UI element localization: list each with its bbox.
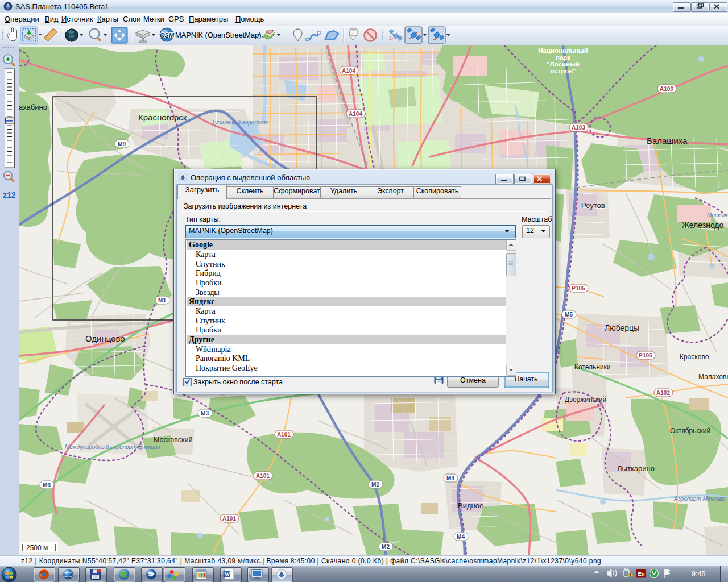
svg-text:М2: М2 [371,481,379,488]
svg-text:W: W [225,571,230,577]
svg-text:М2: М2 [382,544,390,550]
svg-text:М4: М4 [457,534,465,540]
svg-text:А101: А101 [256,473,270,479]
svg-text:Национальный: Национальный [538,47,588,54]
svg-text:2500 м: 2500 м [26,544,48,552]
svg-text:М3: М3 [43,482,51,488]
svg-text:Железнодо: Железнодо [682,221,724,230]
svg-text:Московский: Московский [154,436,193,444]
svg-text:!: ! [630,572,631,576]
svg-text:En: En [638,571,645,577]
svg-text:парк: парк [556,54,570,61]
svg-text:MAPNIK (OpenStreetMap): MAPNIK (OpenStreetMap) [175,31,261,39]
svg-text:Октябрьский: Октябрьский [670,427,710,435]
svg-text:Одинцово: Одинцово [85,334,125,343]
svg-text:А101: А101 [222,516,236,522]
svg-text:Лыткарино: Лыткарино [617,464,655,473]
svg-text:Балашиха: Балашиха [647,136,688,146]
svg-text:Аэропорт Мячково: Аэропорт Мячково [673,496,726,502]
svg-text:Р105: Р105 [572,285,585,292]
svg-text:Красково: Красково [680,353,709,361]
svg-text:9:45: 9:45 [692,570,705,578]
svg-text:А101: А101 [277,431,291,438]
svg-text:остров": остров" [550,68,576,74]
svg-text:М5: М5 [565,311,573,318]
svg-text:Р105: Р105 [639,352,652,359]
svg-text:OSM: OSM [160,32,175,39]
svg-text:Тушинский аэродром: Тушинский аэродром [212,119,268,126]
svg-text:М4: М4 [446,475,454,481]
svg-text:А104: А104 [342,68,355,74]
svg-text:А104: А104 [349,111,362,117]
svg-text:"Лосиный: "Лосиный [547,61,580,68]
svg-text:М1: М1 [158,297,166,304]
svg-text:Реутов: Реутов [581,201,605,210]
svg-text:Котельники: Котельники [574,363,611,371]
svg-text:А102: А102 [656,390,670,396]
svg-text:А103: А103 [572,124,585,131]
svg-text:ахабино: ахабино [19,103,47,111]
svg-text:Малаховка: Малаховка [698,373,728,381]
svg-text:А103: А103 [660,86,673,92]
svg-text:М3: М3 [201,410,209,417]
svg-text:Международный аэропорт Внуково: Международный аэропорт Внуково [65,444,160,450]
svg-text:Люберцы: Люберцы [605,323,639,332]
svg-text:Видное: Видное [458,501,483,510]
svg-text:Московск: Московск [707,212,728,218]
svg-text:Красногорск: Красногорск [138,113,187,122]
svg-text:z12: z12 [3,190,16,199]
svg-text:Дзержинский: Дзержинский [565,396,606,404]
svg-text:М9: М9 [118,141,126,147]
